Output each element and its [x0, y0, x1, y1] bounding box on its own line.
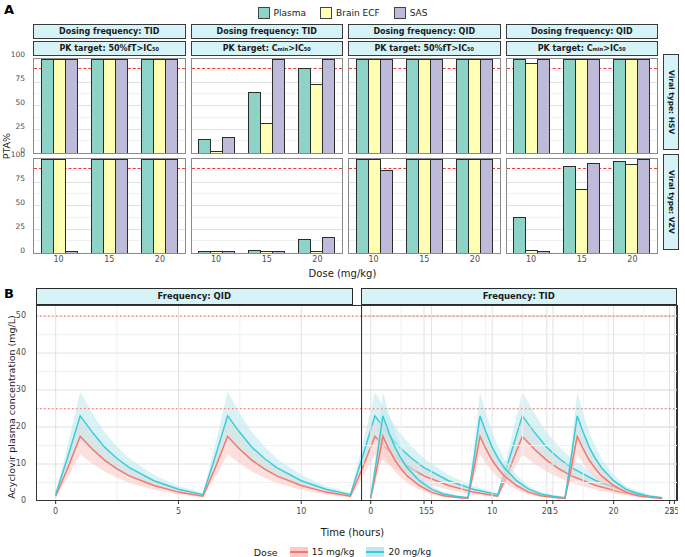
bars-row	[192, 59, 343, 153]
facet-strip-frequency: Dosing frequency: QID	[348, 24, 501, 39]
legend-swatch-icon	[394, 7, 406, 19]
axis-tick-label: 20	[141, 255, 178, 267]
time-axis-label: Time (hours)	[28, 527, 677, 540]
facet-column: Dosing frequency: TIDPK target: 50%fT>IC…	[33, 24, 186, 267]
bars-row	[192, 159, 343, 253]
legend-swatch-icon	[320, 7, 332, 19]
legend-label: SAS	[410, 8, 428, 18]
bar	[165, 59, 178, 153]
bar	[380, 170, 393, 253]
bar-plot-panel	[506, 158, 659, 254]
line-legend-title: Dose	[254, 547, 278, 557]
axis-tick-label: 50	[15, 198, 25, 207]
bar-group	[141, 159, 178, 253]
figure: A PlasmaBrain ECFSAS PTA%025507510002550…	[0, 0, 685, 557]
bars-row	[34, 159, 185, 253]
bar-group	[456, 59, 493, 153]
bar	[480, 59, 493, 153]
facet-column: Dosing frequency: QIDPK target: Cₘᵢₙ>IC₅…	[506, 24, 659, 267]
legend-label: Plasma	[274, 8, 306, 18]
line-facet-column: Frequency: QID0510152025	[36, 288, 353, 527]
axis-tick-label: 100	[11, 150, 25, 159]
facet-strip-target: PK target: 50%fT>IC₅₀	[33, 41, 186, 56]
bars-row	[349, 59, 500, 153]
axis-tick-label: 20	[456, 255, 493, 267]
bar	[115, 59, 128, 153]
axis-tick-label: 20	[16, 422, 26, 431]
axis-tick-label: 50	[15, 98, 25, 107]
axis-tick-label: 15	[406, 255, 443, 267]
bar-group	[248, 59, 285, 153]
axis-tick-label: 0	[21, 496, 26, 505]
axis-tick-label: 30	[16, 385, 26, 394]
bar-plot-panel	[33, 158, 186, 254]
viral-type-strip-label: Viral type: VZV	[667, 170, 676, 234]
axis-tick-label: 15	[91, 255, 128, 267]
viral-type-strip-label: Viral type: HSV	[667, 70, 676, 134]
bar-group	[41, 59, 78, 153]
bar	[165, 159, 178, 253]
axis-tick-label: 10	[296, 507, 306, 516]
bar-plot-panel	[191, 158, 344, 254]
bar-group	[91, 159, 128, 253]
facet-strip-target: PK target: Cₘᵢₙ>IC₅₀	[191, 41, 344, 56]
axis-tick-label: 100	[11, 50, 25, 59]
bar	[65, 251, 78, 253]
bar	[430, 59, 443, 153]
facet-strip-frequency: Dosing frequency: TID	[33, 24, 186, 39]
frequency-strip: Frequency: QID	[36, 288, 353, 305]
axis-tick-label: 0	[53, 507, 58, 516]
bars-row	[507, 59, 658, 153]
bar	[322, 237, 335, 253]
legend-label: 15 mg/kg	[312, 547, 355, 557]
bar-group	[298, 159, 335, 253]
bars-row	[34, 59, 185, 153]
axis-tick-label: 10	[355, 255, 392, 267]
bar-group	[356, 159, 393, 253]
bar-group	[613, 159, 650, 253]
pta-tick-labels: 0255075100	[2, 54, 28, 150]
facet-strip-target: PK target: Cₘᵢₙ>IC₅₀	[506, 41, 659, 56]
line-facet-column: Frequency: TID0510152025	[361, 288, 678, 527]
bar-group	[406, 159, 443, 253]
line-plot-panel: 0510152025	[361, 305, 678, 527]
legend-swatch-icon	[258, 7, 270, 19]
axis-tick-label: 0	[368, 507, 373, 516]
concentration-axis-column: Acyclovir plasma concentration (mg/L)010…	[2, 288, 28, 527]
bar	[537, 251, 550, 253]
viral-type-strips: Viral type: HSVViral type: VZV	[663, 24, 679, 267]
dose-tick-labels: 101520	[506, 255, 659, 267]
axis-tick-label: 5	[428, 507, 433, 516]
axis-tick-label: 20	[608, 507, 618, 516]
axis-tick-label: 10	[512, 255, 549, 267]
axis-tick-label: 20	[614, 255, 651, 267]
axis-tick-label: 25	[15, 122, 25, 131]
bar-group	[141, 59, 178, 153]
axis-tick-label: 0	[20, 246, 25, 255]
bar	[637, 159, 650, 253]
bar-plot-panel	[191, 58, 344, 154]
panel-b: B Acyclovir plasma concentration (mg/L)0…	[2, 288, 677, 540]
line-legend: Dose 15 mg/kg20 mg/kg	[0, 542, 685, 557]
facet-column: Dosing frequency: QIDPK target: 50%fT>IC…	[348, 24, 501, 267]
concentration-axis-title: Acyclovir plasma concentration (mg/L)	[6, 307, 18, 507]
bar	[272, 59, 285, 153]
bar-legend: PlasmaBrain ECFSAS	[0, 0, 685, 22]
bar-group	[406, 59, 443, 153]
spacer	[663, 24, 679, 54]
bar-group	[298, 59, 335, 153]
axis-tick-label: 15	[248, 255, 285, 267]
bar-group	[41, 159, 78, 253]
axis-tick-label: 10	[40, 255, 77, 267]
bar-plot-panel	[348, 158, 501, 254]
panel-a: PTA%02550751000255075100Dosing frequency…	[2, 24, 679, 282]
pta-axis-column: PTA%02550751000255075100	[2, 24, 28, 267]
axis-tick-label: 15	[563, 255, 600, 267]
bar	[380, 59, 393, 153]
axis-tick-label: 25	[15, 222, 25, 231]
bar	[430, 159, 443, 253]
frequency-strip: Frequency: TID	[361, 288, 678, 305]
bar	[587, 59, 600, 153]
facet-strip-target: PK target: 50%fT>IC₅₀	[348, 41, 501, 56]
bar-plot-panel	[348, 58, 501, 154]
